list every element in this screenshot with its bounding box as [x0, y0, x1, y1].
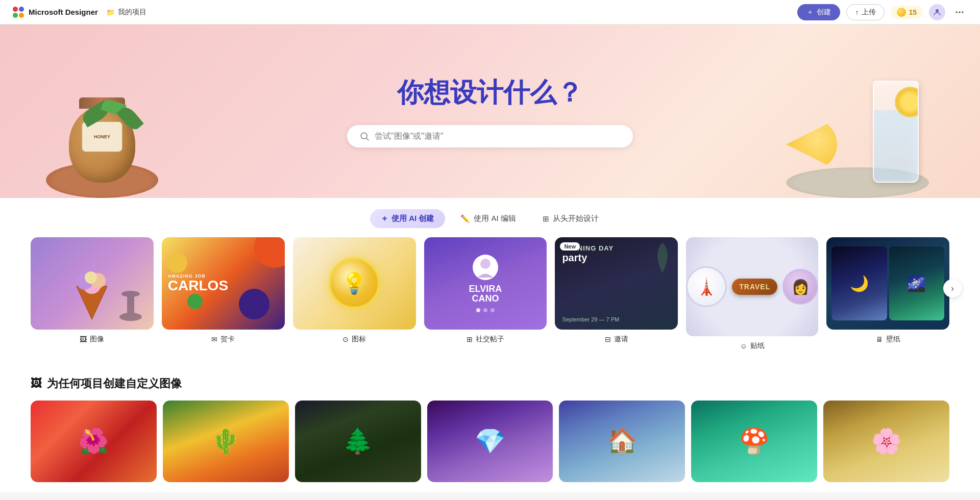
svg-point-1	[19, 7, 24, 12]
travel-text-sticker: TRAVEL	[732, 279, 777, 295]
header-right: ＋ 创建 ↑ 上传 15	[797, 4, 968, 20]
category-label-invite: ⊟ 邀请	[605, 335, 628, 344]
coin-icon	[897, 8, 906, 17]
gallery-item-4[interactable]: 💎	[427, 401, 553, 482]
search-bar[interactable]	[347, 125, 633, 147]
avatar-button[interactable]	[929, 4, 945, 20]
new-badge: New	[560, 242, 580, 251]
person-icon	[933, 8, 942, 17]
social-name-art: ELVIRACANO	[469, 284, 502, 305]
design-tabs: ✦ 使用 AI 创建 ✏️ 使用 AI 编辑 ⊞ 从头开始设计	[0, 198, 980, 237]
my-projects-link[interactable]: 📁 我的项目	[106, 8, 146, 17]
social-label: 社交帖子	[476, 335, 504, 344]
upload-button[interactable]: ↑ 上传	[846, 4, 885, 20]
social-inner: ELVIRACANO	[424, 237, 547, 330]
grid-icon: ⊞	[543, 214, 549, 223]
svg-rect-16	[127, 294, 134, 317]
category-card-image	[31, 237, 154, 330]
category-item-invite[interactable]: New Opening day party September 29 — 7 P…	[555, 237, 678, 344]
icecream-art	[31, 237, 154, 330]
upload-label: 上传	[862, 8, 876, 17]
category-card-icon: 💡	[293, 237, 416, 330]
svg-point-3	[19, 13, 24, 18]
image-label: 图像	[90, 335, 104, 344]
scroll-right-button[interactable]: ›	[943, 279, 962, 297]
glass-water-art	[874, 110, 918, 182]
tab-from-scratch[interactable]: ⊞ 从头开始设计	[531, 209, 610, 228]
search-icon	[359, 131, 370, 141]
category-card-wallpaper: 🌙 🌌	[826, 237, 949, 330]
gallery-item-6[interactable]: 🍄	[691, 401, 817, 482]
coins-badge[interactable]: 15	[891, 6, 923, 19]
tab-ai-create[interactable]: ✦ 使用 AI 创建	[370, 209, 445, 228]
category-item-sticker[interactable]: 🗼 TRAVEL 👩 ☺ 贴纸	[686, 237, 818, 351]
invite-details: September 29 — 7 PM	[562, 316, 671, 322]
coins-count: 15	[909, 8, 917, 16]
ms-designer-logo-icon	[12, 6, 24, 18]
section-title-icon: 🖼	[31, 377, 42, 390]
room-art: 🏠	[559, 401, 685, 482]
category-card-greeting: AMAZING JOB CARLOS	[162, 237, 285, 330]
social-avatar	[473, 255, 498, 280]
moon-art: 🌙	[831, 246, 887, 320]
svg-point-17	[121, 291, 140, 297]
search-input[interactable]	[375, 132, 621, 141]
gallery-item-7[interactable]: 🌸	[823, 401, 949, 482]
gallery-item-3[interactable]: 🌲	[295, 401, 421, 482]
sticker-icon: ☺	[740, 342, 747, 350]
invite-icon: ⊟	[605, 335, 611, 343]
svg-point-14	[85, 271, 97, 284]
category-item-greeting[interactable]: AMAZING JOB CARLOS ✉ 贺卡	[162, 237, 285, 344]
logo-area[interactable]: Microsoft Designer	[12, 6, 98, 18]
gallery-item-5[interactable]: 🏠	[559, 401, 685, 482]
cactus-art: 🌵	[163, 401, 289, 482]
tab-ai-edit[interactable]: ✏️ 使用 AI 编辑	[449, 209, 527, 228]
invite-date-text: September 29 — 7 PM	[562, 316, 671, 322]
category-label-wallpaper: 🖥 壁纸	[876, 335, 900, 344]
svg-point-5	[956, 11, 958, 13]
sparkle-icon: ✦	[381, 214, 388, 223]
create-button[interactable]: ＋ 创建	[797, 4, 840, 20]
category-card-social: ELVIRACANO	[424, 237, 547, 330]
mail-icon: ✉	[211, 335, 217, 343]
icon-icon: ⊙	[342, 335, 349, 343]
more-options-button[interactable]	[951, 4, 968, 20]
app-header: Microsoft Designer 📁 我的项目 ＋ 创建 ↑ 上传 15	[0, 0, 980, 24]
honey-jar-art: HONEY	[51, 96, 153, 198]
tab-ai-create-label: 使用 AI 创建	[391, 214, 434, 223]
category-section: 🖼 图像 AMAZING JOB CARLOS ✉ 贺卡	[0, 237, 980, 366]
category-label-image: 🖼 图像	[80, 335, 104, 344]
category-label-greeting: ✉ 贺卡	[211, 335, 235, 344]
svg-point-8	[361, 133, 367, 139]
crystal-art: 💎	[427, 401, 553, 482]
brush-icon: ✏️	[460, 214, 470, 223]
category-item-image[interactable]: 🖼 图像	[31, 237, 154, 344]
category-item-wallpaper[interactable]: 🌙 🌌 🖥 壁纸	[826, 237, 949, 344]
image-icon: 🖼	[80, 335, 87, 343]
forest-art: 🌲	[295, 401, 421, 482]
icon-label: 图标	[352, 335, 366, 344]
greeting-shapes	[162, 237, 285, 330]
image-gallery: 🌺 🌵 🌲 💎 🏠 🍄 🌸	[31, 401, 949, 482]
hero-right-decoration	[766, 35, 949, 198]
gallery-item-2[interactable]: 🌵	[163, 401, 289, 482]
invite-label: 邀请	[614, 335, 628, 344]
lemon-half-art	[786, 119, 837, 170]
category-item-icon[interactable]: 💡 ⊙ 图标	[293, 237, 416, 344]
category-item-social[interactable]: ELVIRACANO ⊞ 社交帖子	[424, 237, 547, 344]
my-projects-label: 我的项目	[118, 8, 146, 17]
category-row: 🖼 图像 AMAZING JOB CARLOS ✉ 贺卡	[31, 237, 949, 351]
bulb-art: 💡	[329, 258, 380, 309]
more-icon	[954, 7, 965, 17]
wallpaper-mini-1: 🌙	[831, 246, 887, 320]
wallpaper-label: 壁纸	[886, 335, 900, 344]
svg-point-2	[13, 13, 18, 18]
hero-banner: HONEY 你想设计什么？	[0, 24, 980, 198]
folder-icon: 📁	[106, 8, 115, 16]
category-card-invite: New Opening day party September 29 — 7 P…	[555, 237, 678, 330]
category-card-sticker: 🗼 TRAVEL 👩	[686, 237, 818, 336]
greeting-label: 贺卡	[220, 335, 235, 344]
tab-ai-edit-label: 使用 AI 编辑	[474, 214, 516, 223]
custom-image-section: 🖼 为任何项目创建自定义图像 🌺 🌵 🌲 💎 🏠 🍄 🌸	[0, 366, 980, 492]
gallery-item-1[interactable]: 🌺	[31, 401, 157, 482]
